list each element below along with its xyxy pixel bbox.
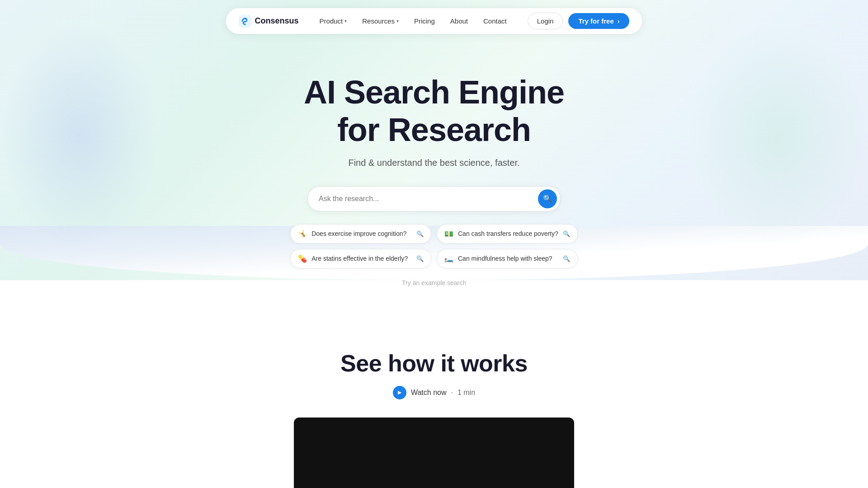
hero-subtitle: Find & understand the best science, fast… bbox=[348, 158, 519, 168]
nav-item-pricing[interactable]: Pricing bbox=[408, 14, 441, 28]
nav-links: Product ▾ Resources ▾ Pricing About Cont… bbox=[313, 14, 513, 28]
how-it-works-section: See how it works ▶ Watch now · 1 min bbox=[0, 323, 868, 488]
watch-now[interactable]: ▶ Watch now · 1 min bbox=[393, 386, 475, 399]
search-icon: 🔍 bbox=[543, 194, 552, 203]
video-player[interactable] bbox=[294, 418, 574, 488]
section-title: See how it works bbox=[340, 350, 528, 377]
try-example-link[interactable]: Try an example search bbox=[402, 279, 466, 286]
chip-search-icon: 🔍 bbox=[416, 230, 424, 237]
query-chip-sleep[interactable]: 🛏️ Can mindfulness help with sleep? 🔍 bbox=[437, 249, 578, 268]
svg-point-1 bbox=[244, 18, 246, 19]
chip-search-icon: 🔍 bbox=[416, 255, 424, 262]
chevron-down-icon: ▾ bbox=[344, 19, 347, 23]
nav-item-about[interactable]: About bbox=[444, 14, 474, 28]
example-queries: 🤸 Does exercise improve cognition? 🔍 💵 C… bbox=[290, 224, 578, 268]
try-free-button[interactable]: Try for free › bbox=[568, 13, 629, 29]
chip-search-icon: 🔍 bbox=[563, 230, 570, 237]
dot-separator: · bbox=[451, 389, 453, 397]
svg-point-2 bbox=[244, 23, 246, 25]
login-button[interactable]: Login bbox=[528, 13, 563, 29]
watch-label: Watch now bbox=[411, 389, 447, 397]
logo[interactable]: Consensus bbox=[239, 15, 299, 28]
arrow-right-icon: › bbox=[618, 18, 620, 25]
logo-icon bbox=[239, 15, 251, 28]
search-container: 🔍 bbox=[307, 186, 561, 211]
hero-title: AI Search Engine for Research bbox=[304, 74, 564, 149]
chip-search-icon: 🔍 bbox=[563, 255, 570, 262]
nav-item-resources[interactable]: Resources ▾ bbox=[356, 14, 405, 28]
search-input[interactable] bbox=[307, 186, 561, 211]
statins-emoji: 💊 bbox=[298, 254, 307, 263]
query-chip-statins[interactable]: 💊 Are statins effective in the elderly? … bbox=[290, 249, 431, 268]
nav-item-contact[interactable]: Contact bbox=[477, 14, 513, 28]
query-chip-poverty[interactable]: 💵 Can cash transfers reduce poverty? 🔍 bbox=[437, 224, 578, 244]
logo-text: Consensus bbox=[255, 16, 299, 26]
poverty-emoji: 💵 bbox=[444, 230, 453, 238]
navbar: Consensus Product ▾ Resources ▾ Pricing … bbox=[0, 0, 868, 42]
chevron-down-icon: ▾ bbox=[396, 19, 399, 23]
nav-item-product[interactable]: Product ▾ bbox=[313, 14, 354, 28]
duration-text: 1 min bbox=[458, 389, 475, 397]
nav-actions: Login Try for free › bbox=[528, 13, 630, 29]
exercise-emoji: 🤸 bbox=[298, 230, 307, 238]
query-chip-exercise[interactable]: 🤸 Does exercise improve cognition? 🔍 bbox=[290, 224, 431, 244]
hero-section: AI Search Engine for Research Find & und… bbox=[0, 42, 868, 323]
search-button[interactable]: 🔍 bbox=[538, 189, 557, 208]
sleep-emoji: 🛏️ bbox=[444, 254, 453, 263]
play-button[interactable]: ▶ bbox=[393, 386, 406, 399]
